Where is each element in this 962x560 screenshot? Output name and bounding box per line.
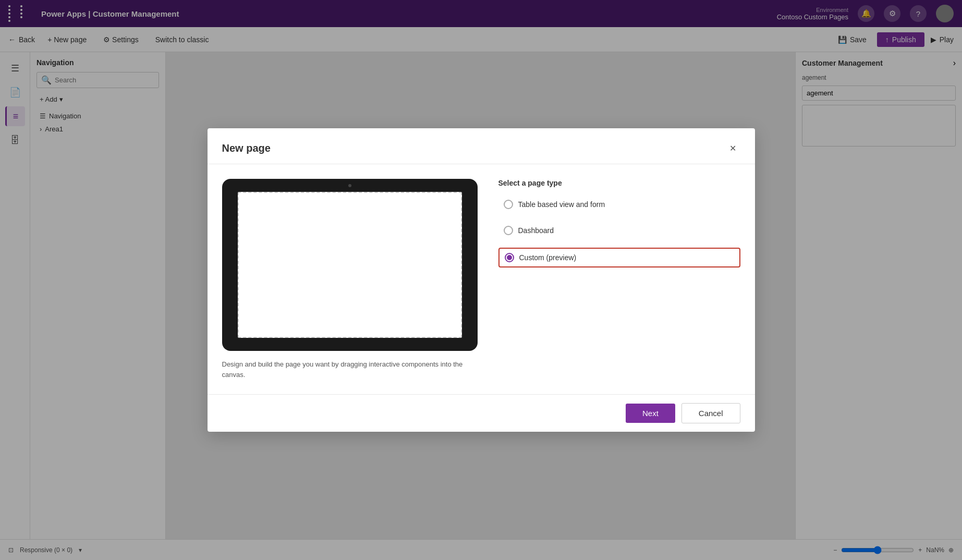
radio-option-table[interactable]: Table based view and form xyxy=(498,196,740,213)
radio-option-dashboard[interactable]: Dashboard xyxy=(498,222,740,239)
modal-description: Design and build the page you want by dr… xyxy=(222,359,478,380)
radio-circle-dashboard xyxy=(504,226,513,235)
radio-circle-custom xyxy=(505,253,514,262)
cancel-button[interactable]: Cancel xyxy=(681,403,740,423)
tablet-screen xyxy=(238,192,462,338)
new-page-modal: New page ✕ Design and build the page you… xyxy=(208,128,755,432)
radio-inner-custom xyxy=(507,255,512,260)
modal-preview-section: Design and build the page you want by dr… xyxy=(222,179,478,380)
radio-label-custom: Custom (preview) xyxy=(519,253,577,262)
modal-options-section: Select a page type Table based view and … xyxy=(498,179,740,380)
modal-overlay: New page ✕ Design and build the page you… xyxy=(0,0,962,560)
modal-footer: Next Cancel xyxy=(208,394,755,432)
radio-circle-table xyxy=(504,200,513,209)
radio-label-dashboard: Dashboard xyxy=(518,226,554,235)
modal-close-button[interactable]: ✕ xyxy=(726,141,740,155)
tablet-camera-dot xyxy=(348,184,351,187)
close-icon: ✕ xyxy=(729,143,736,153)
radio-label-table: Table based view and form xyxy=(518,200,605,209)
tablet-preview xyxy=(222,179,478,351)
next-button[interactable]: Next xyxy=(626,404,675,423)
page-type-label: Select a page type xyxy=(498,179,740,187)
modal-header: New page ✕ xyxy=(208,128,755,164)
modal-title: New page xyxy=(222,142,271,154)
modal-body: Design and build the page you want by dr… xyxy=(208,164,755,394)
radio-option-custom[interactable]: Custom (preview) xyxy=(498,248,740,267)
